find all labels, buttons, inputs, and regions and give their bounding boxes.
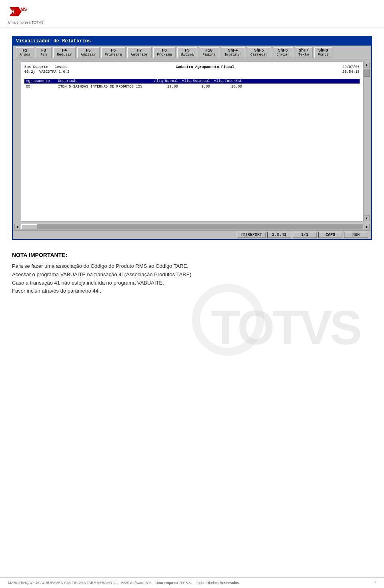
scrollbar-left [14,62,21,221]
nota-line-3: Caso a transação 41 não esteja incluída … [12,280,164,286]
nota-title: NOTA IMPORTANTE: [12,252,372,258]
status-app-name: rmsREPORT [237,232,266,238]
rms-logo: R MS [8,4,32,20]
report-version: VABCDTFA 1.0.2 [39,70,70,74]
col-header-aliq-interest: Alíq.InterEst [210,79,242,83]
hscroll-right-btn[interactable]: ▶ [364,224,370,229]
company-name: Bms Suporte - Gestao [24,65,68,69]
status-caps: CAPS [318,232,342,238]
nota-section: NOTA IMPORTANTE: Para se fazer uma assoc… [12,248,372,299]
svg-text:MS: MS [21,6,27,11]
nota-line-1: Para se fazer uma associação do Código d… [12,263,188,269]
footer-page: 7 [374,581,376,585]
hscroll-track[interactable] [21,224,363,229]
toolbar-btn-shf5[interactable]: ShF5Carregar [247,47,271,58]
nota-line-2: Acessar o programa VABUAITE na transação… [12,271,192,277]
scroll-up-arrow[interactable]: ▲ [364,62,370,68]
status-version: 2.0.41 [267,232,291,238]
scroll-down-arrow[interactable]: ▼ [364,215,370,221]
report-title-label: Cadastro Agrupamento Fiscal [176,65,234,69]
report-header-row-1: Bms Suporte - Gestao Cadastro Agrupament… [24,65,360,69]
col-header-aliq-normal: Alíq.Normal [146,79,178,83]
toolbar-btn-f1[interactable]: F1Ajuda [16,47,34,58]
status-num: NUM [344,232,368,238]
report-date: 29/07/05 [342,65,360,69]
toolbar-btn-shf6[interactable]: ShF6Enviar [273,47,293,58]
report-row-num: 03.2j [24,70,35,74]
report-data: Bms Suporte - Gestao Cadastro Agrupament… [24,65,360,89]
cell-aliq-interest: 10,00 [210,85,242,89]
toolbar-btn-f9[interactable]: F9Última [177,47,197,58]
toolbar-btn-f6[interactable]: F6Primeira [101,47,126,58]
col-header-agrupamento: Agrupamento [26,79,58,83]
toolbar-btn-shf4[interactable]: ShF4Imprimir [221,47,245,58]
scroll-thumb[interactable] [364,69,370,77]
nota-text: Para se fazer uma associação do Código d… [12,262,372,295]
toolbar-btn-f5[interactable]: F5Ampliar [77,47,100,58]
toolbar-btn-f7[interactable]: F7Anterior [127,47,152,58]
report-viewer-window: Visualizador de Relatórios F1AjudaF3FimF… [12,36,372,240]
cell-aliq-estadual: 9,00 [178,85,210,89]
toolbar-btn-f4[interactable]: F4Reduzir [53,47,76,58]
toolbar-btn-shf8[interactable]: ShF8Fonte [314,47,332,58]
cell-aliq-normal: 12,00 [146,85,178,89]
status-page: 1/1 [293,232,317,238]
toolbar-btn-shf7[interactable]: ShF7Texto [295,47,313,58]
col-header-descricao: Descrição [58,79,146,83]
report-toolbar: F1AjudaF3FimF4ReduzirF5AmpliarF6Primeira… [13,46,371,60]
cell-descricao: ITEM 5 SAINDAS INTERNAS DE PRODUTOS 12% [58,85,146,89]
main-content: Visualizador de Relatórios F1AjudaF3FimF… [0,28,384,315]
toolbar-btn-f10[interactable]: F10Página [199,47,219,58]
report-time: 20:54:18 [342,70,360,74]
logo-container: R MS Uma empresa TOTVS [8,4,44,24]
footer-text: MANUTENÇÃO DE AGRUPAMENTOS FISCAIS TARE … [8,581,240,585]
hscroll-thumb[interactable] [21,224,37,229]
horizontal-scrollbar: ◀ ▶ [13,223,371,230]
report-content-area: Bms Suporte - Gestao Cadastro Agrupament… [21,62,363,221]
hscroll-left-btn[interactable]: ◀ [14,224,20,229]
toolbar-btn-f3[interactable]: F3Fim [36,47,52,58]
scrollbar-right[interactable]: ▲ ▼ [363,62,370,221]
page-footer: MANUTENÇÃO DE AGRUPAMENTOS FISCAIS TARE … [0,577,384,588]
report-statusbar: rmsREPORT 2.0.41 1/1 CAPS NUM [13,230,371,239]
svg-text:R: R [10,8,15,15]
toolbar-btn-f8[interactable]: F8Próxima [153,47,176,58]
report-header-row-2: 03.2j VABCDTFA 1.0.2 20:54:18 [24,70,360,74]
nota-line-4: Favor incluir através do parâmetro 44 . [12,288,101,294]
cell-agrupamento: 05 [26,85,58,89]
report-table-header: Agrupamento Descrição Alíq.Normal Alíq.E… [24,79,360,84]
logo-tagline: Uma empresa TOTVS [8,20,44,24]
table-row: 05 ITEM 5 SAINDAS INTERNAS DE PRODUTOS 1… [24,84,360,89]
report-titlebar: Visualizador de Relatórios [13,37,371,46]
page-header: R MS Uma empresa TOTVS [0,0,384,28]
report-content-wrapper: Bms Suporte - Gestao Cadastro Agrupament… [13,60,371,223]
col-header-aliq-estadual: Alíq.Estadual [178,79,210,83]
